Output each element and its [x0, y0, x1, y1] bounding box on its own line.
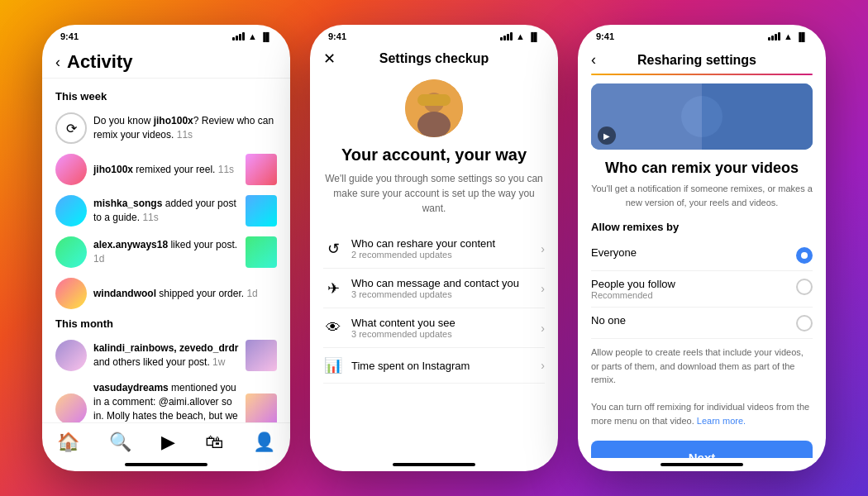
activity-thumbnail: [246, 393, 277, 422]
activity-text: Do you know jiho100x? Review who can rem…: [93, 114, 277, 142]
status-bar-2: 9:41 ▲ ▐▌: [310, 25, 558, 45]
chevron-right-icon: ›: [541, 282, 545, 295]
signal-icon: [232, 32, 245, 41]
close-button[interactable]: ✕: [323, 50, 336, 68]
next-button[interactable]: Next: [591, 441, 813, 458]
phone-activity: 9:41 ▲ ▐▌ ‹ Activity This week ⟳ Do you …: [42, 25, 290, 471]
status-time-1: 9:41: [60, 31, 79, 41]
radio-label: People you follow: [591, 278, 788, 290]
nav-shop[interactable]: 🛍: [205, 432, 223, 453]
phone-settings-checkup: 9:41 ▲ ▐▌ ✕ Settings checkup: [310, 25, 558, 471]
settings-item-main: Who can reshare your content: [351, 237, 532, 250]
resharing-preview-image: ▶: [591, 83, 813, 150]
battery-icon: ▐▌: [260, 32, 272, 41]
radio-option-people-you-follow[interactable]: People you follow Recommended: [591, 271, 813, 308]
list-item[interactable]: mishka_songs added your post to a guide.…: [42, 190, 290, 231]
radio-option-text: People you follow Recommended: [591, 278, 788, 300]
avatar: [55, 195, 87, 227]
signal-icon: [768, 32, 780, 41]
settings-checkup-title: Settings checkup: [379, 51, 489, 66]
settings-item-content: Who can reshare your content 2 recommend…: [351, 237, 532, 260]
settings-item-sub: 3 recommended updates: [351, 329, 532, 339]
settings-checkup-header: ✕ Settings checkup: [310, 45, 558, 71]
svg-rect-3: [417, 94, 451, 106]
nav-search[interactable]: 🔍: [109, 432, 131, 453]
signal-icon: [500, 32, 513, 41]
nav-home[interactable]: 🏠: [57, 432, 79, 453]
list-item[interactable]: 📊 Time spent on Instagram ›: [323, 348, 545, 384]
list-item[interactable]: ⟳ Do you know jiho100x? Review who can r…: [42, 107, 290, 149]
learn-more-link[interactable]: Learn more.: [697, 416, 746, 426]
radio-label: Everyone: [591, 246, 788, 259]
reshare-icon: ↺: [323, 240, 343, 258]
activity-text: vasudaydreams mentioned you in a comment…: [93, 381, 239, 422]
activity-feed: This week ⟳ Do you know jiho100x? Review…: [42, 79, 290, 422]
settings-main-title: Your account, your way: [341, 145, 527, 165]
settings-item-sub: 2 recommended updates: [351, 250, 532, 260]
settings-checkup-body: Your account, your way We'll guide you t…: [310, 71, 558, 458]
resharing-screen: ‹ Resharing settings ▶ Who can remix you…: [578, 45, 826, 471]
remix-icon: ⟳: [55, 112, 87, 144]
settings-item-content: Who can message and contact you 3 recomm…: [351, 277, 532, 299]
remix-description: You'll get a notification if someone rem…: [591, 182, 813, 209]
list-item[interactable]: vasudaydreams mentioned you in a comment…: [42, 376, 290, 422]
radio-option-text: Everyone: [591, 246, 788, 259]
list-item[interactable]: kalindi_rainbows, zevedo_drdr and others…: [42, 335, 290, 376]
settings-options-list: ↺ Who can reshare your content 2 recomme…: [323, 229, 545, 384]
settings-item-main: Time spent on Instagram: [351, 360, 532, 372]
radio-button-everyone[interactable]: [796, 247, 813, 264]
settings-item-main: Who can message and contact you: [351, 277, 532, 289]
settings-item-sub: 3 recommended updates: [351, 289, 532, 299]
page-title: Activity: [67, 51, 132, 73]
wifi-icon: ▲: [248, 31, 257, 41]
activity-thumbnail: [246, 195, 277, 227]
nav-reels[interactable]: ▶: [161, 432, 175, 453]
avatar: [55, 236, 87, 268]
back-button[interactable]: ‹: [591, 51, 596, 69]
bottom-navigation: 🏠 🔍 ▶ 🛍 👤: [42, 422, 290, 458]
list-item[interactable]: alex.anyways18 liked your post. 1d: [42, 231, 290, 273]
section-this-month: This month: [42, 314, 290, 335]
list-item[interactable]: ✈ Who can message and contact you 3 reco…: [323, 269, 545, 308]
wifi-icon: ▲: [784, 31, 793, 41]
status-icons-3: ▲ ▐▌: [768, 31, 808, 41]
avatar: [55, 154, 87, 185]
activity-text: kalindi_rainbows, zevedo_drdr and others…: [93, 341, 239, 370]
radio-option-no-one[interactable]: No one: [591, 308, 813, 339]
chevron-right-icon: ›: [541, 242, 545, 255]
activity-text: windandwool shipped your order. 1d: [93, 287, 277, 301]
list-item[interactable]: ↺ Who can reshare your content 2 recomme…: [323, 229, 545, 269]
list-item[interactable]: jiho100x remixed your reel. 11s: [42, 149, 290, 190]
phone-resharing: 9:41 ▲ ▐▌ ‹ Resharing settings: [578, 25, 826, 471]
resharing-body: ▶ Who can remix your videos You'll get a…: [578, 75, 826, 458]
status-icons-1: ▲ ▐▌: [232, 31, 272, 41]
radio-sublabel: Recommended: [591, 290, 788, 300]
status-time-2: 9:41: [328, 31, 346, 41]
back-button[interactable]: ‹: [55, 54, 60, 71]
settings-item-content: Time spent on Instagram: [351, 360, 532, 372]
activity-thumbnail: [246, 154, 277, 185]
resharing-title: Resharing settings: [603, 53, 813, 68]
avatar: [55, 278, 87, 309]
activity-text: jiho100x remixed your reel. 11s: [93, 163, 239, 177]
list-item[interactable]: 👁 What content you see 3 recommended upd…: [323, 308, 545, 348]
wifi-icon: ▲: [516, 31, 525, 41]
status-bar-3: 9:41 ▲ ▐▌: [578, 25, 826, 45]
status-time-3: 9:41: [596, 31, 614, 41]
radio-button-people-you-follow[interactable]: [796, 279, 813, 295]
settings-subtitle: We'll guide you through some settings so…: [323, 171, 545, 216]
message-icon: ✈: [323, 279, 343, 298]
remix-section-title: Who can remix your videos: [591, 160, 813, 177]
allow-label: Allow remixes by: [591, 221, 813, 233]
activity-screen: ‹ Activity This week ⟳ Do you know jiho1…: [42, 45, 290, 471]
nav-profile[interactable]: 👤: [253, 432, 275, 453]
activity-header: ‹ Activity: [42, 45, 290, 79]
status-icons-2: ▲ ▐▌: [500, 31, 540, 41]
settings-item-content: What content you see 3 recommended updat…: [351, 317, 532, 339]
avatar: [55, 340, 87, 371]
list-item[interactable]: windandwool shipped your order. 1d: [42, 273, 290, 314]
svg-point-2: [417, 112, 451, 137]
radio-button-no-one[interactable]: [796, 315, 813, 331]
svg-rect-7: [702, 83, 813, 150]
radio-option-everyone[interactable]: Everyone: [591, 240, 813, 271]
